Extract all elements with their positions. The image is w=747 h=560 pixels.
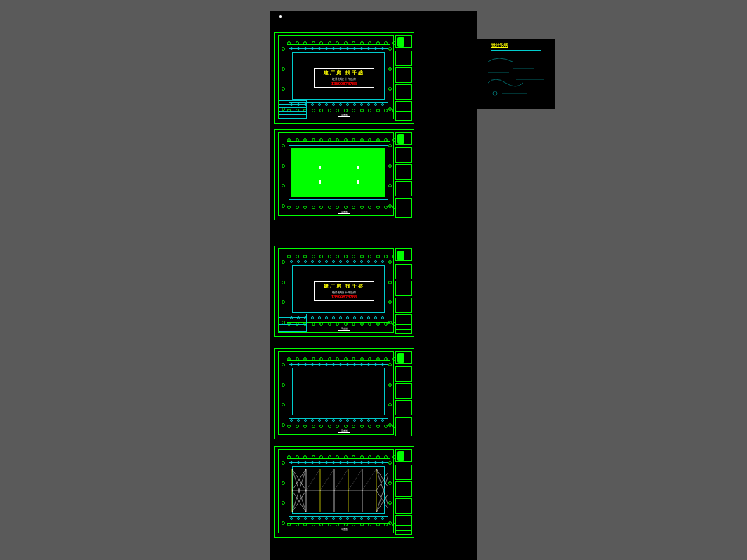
- banner-line2: 经济 快捷 十年质保: [316, 291, 372, 294]
- banner-line1: 建厂房 找千盛: [316, 284, 372, 290]
- title-block: [395, 35, 412, 119]
- banner-phone: 13599878786: [316, 295, 372, 299]
- banner-line1: 建厂房 找千盛: [316, 70, 372, 76]
- svg-line-21: [320, 469, 334, 491]
- banner-phone: 13599878786: [316, 81, 372, 86]
- plan-label: 平面图: [338, 429, 350, 433]
- title-block: [395, 248, 412, 333]
- svg-line-13: [376, 469, 388, 512]
- detail-arc: [484, 55, 548, 105]
- svg-line-24: [362, 469, 376, 491]
- plan-label: 平面图: [338, 528, 350, 531]
- company-banner: 建厂房 找千盛经济 快捷 十年质保13599878786: [314, 68, 374, 88]
- title-block: [395, 449, 412, 533]
- plan-label: 平面图: [338, 211, 350, 214]
- drawing-sheet[interactable]: 平面图: [274, 129, 414, 220]
- plan-label: 平面图: [338, 114, 350, 117]
- banner-line2: 经济 快捷 十年质保: [316, 77, 372, 81]
- side-notes-panel: 设计说明: [477, 39, 555, 109]
- company-banner: 建厂房 找千盛经济 快捷 十年质保13599878786: [314, 281, 374, 301]
- detail-line: [491, 50, 541, 51]
- svg-line-22: [334, 469, 348, 491]
- title-block: [395, 351, 412, 435]
- svg-line-23: [348, 469, 362, 491]
- svg-line-14: [376, 469, 388, 512]
- legend-table: [279, 314, 307, 332]
- drawing-sheet[interactable]: 建厂房 找千盛经济 快捷 十年质保13599878786平面图: [274, 246, 414, 337]
- svg-line-20: [306, 469, 320, 491]
- drawing-sheet[interactable]: 平面图: [274, 446, 414, 538]
- drawing-sheet[interactable]: 平面图: [274, 348, 414, 439]
- svg-point-25: [493, 91, 497, 95]
- title-block: [395, 132, 412, 216]
- drawing-canvas[interactable]: 建厂房 找千盛经济 快捷 十年质保13599878786平面图平面图建厂房 找千…: [270, 11, 477, 560]
- plan-label: 平面图: [338, 327, 350, 331]
- side-title: 设计说明: [491, 42, 508, 48]
- legend-table: [279, 100, 307, 119]
- drawing-sheet[interactable]: 建厂房 找千盛经济 快捷 十年质保13599878786平面图: [274, 32, 414, 124]
